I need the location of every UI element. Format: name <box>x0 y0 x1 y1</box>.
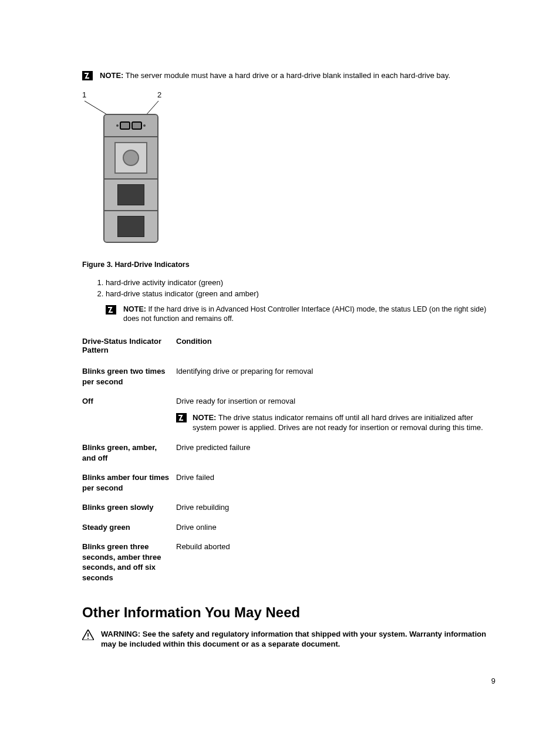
note-body: The server module must have a hard drive… <box>126 71 450 80</box>
note-icon <box>82 71 93 80</box>
warning-block: WARNING: See the safety and regulatory i… <box>82 629 497 650</box>
cell-condition: Drive predicted failure <box>176 438 497 468</box>
warning-label: WARNING: <box>101 630 140 638</box>
table-row: Blinks green, amber, and off Drive predi… <box>82 438 497 468</box>
note-text: NOTE: The server module must have a hard… <box>100 70 450 81</box>
note-top: NOTE: The server module must have a hard… <box>82 70 497 81</box>
table-row: Off Drive ready for insertion or removal… <box>82 391 497 438</box>
svg-point-6 <box>87 638 89 639</box>
table-row: Blinks green two times per second Identi… <box>82 361 497 391</box>
cell-pattern: Steady green <box>82 518 176 537</box>
cell-pattern: Blinks green three seconds, amber three … <box>82 537 176 587</box>
cell-pattern: Blinks green slowly <box>82 498 176 518</box>
drive-module-graphic <box>103 114 158 243</box>
note-icon <box>176 413 187 422</box>
cell-condition: Drive failed <box>176 468 497 498</box>
warning-text: WARNING: See the safety and regulatory i… <box>101 629 497 650</box>
note-text: NOTE: If the hard drive is in Advanced H… <box>123 305 497 324</box>
legend-item: hard-drive status indicator (green and a… <box>106 288 497 300</box>
cell-condition: Drive ready for insertion or removal NOT… <box>176 391 497 438</box>
warning-icon <box>82 630 94 640</box>
cell-pattern: Blinks green two times per second <box>82 361 176 391</box>
figure-hard-drive-indicators: 1 2 <box>82 90 497 255</box>
cell-condition: Drive online <box>176 518 497 537</box>
table-row: Steady green Drive online <box>82 518 497 537</box>
cell-condition: Rebuild aborted <box>176 537 497 587</box>
cell-condition: Identifying drive or preparing for remov… <box>176 361 497 391</box>
legend-item: hard-drive activity indicator (green) <box>106 277 497 289</box>
note-label: NOTE: <box>100 71 123 80</box>
note-text: NOTE: The drive status indicator remains… <box>193 412 491 433</box>
note-ahci: NOTE: If the hard drive is in Advanced H… <box>106 305 497 324</box>
header-pattern: Drive-Status Indicator Pattern <box>82 333 176 361</box>
table-header-row: Drive-Status Indicator Pattern Condition <box>82 333 497 361</box>
note-off: NOTE: The drive status indicator remains… <box>176 412 491 433</box>
cell-condition: Drive rebuilding <box>176 498 497 518</box>
note-body: The drive status indicator remains off u… <box>193 413 483 432</box>
drive-status-table: Drive-Status Indicator Pattern Condition… <box>82 333 497 587</box>
figure-caption: Figure 3. Hard-Drive Indicators <box>82 261 497 269</box>
table-row: Blinks green three seconds, amber three … <box>82 537 497 587</box>
note-body: If the hard drive is in Advanced Host Co… <box>123 305 486 323</box>
cell-pattern: Blinks amber four times per second <box>82 468 176 498</box>
section-heading: Other Information You May Need <box>82 604 497 621</box>
table-row: Blinks green slowly Drive rebuilding <box>82 498 497 518</box>
figure-callout-1: 1 <box>82 90 86 99</box>
figure-legend: hard-drive activity indicator (green) ha… <box>82 277 497 300</box>
table-row: Blinks amber four times per second Drive… <box>82 468 497 498</box>
warning-body: See the safety and regulatory informatio… <box>101 630 486 649</box>
cell-condition-text: Drive ready for insertion or removal <box>176 397 295 405</box>
figure-callout-2: 2 <box>157 90 161 99</box>
note-label: NOTE: <box>123 305 146 313</box>
note-label: NOTE: <box>193 413 216 422</box>
note-icon <box>106 305 116 314</box>
header-condition: Condition <box>176 333 497 361</box>
cell-pattern: Off <box>82 391 176 438</box>
page-number: 9 <box>491 677 495 685</box>
cell-pattern: Blinks green, amber, and off <box>82 438 176 468</box>
